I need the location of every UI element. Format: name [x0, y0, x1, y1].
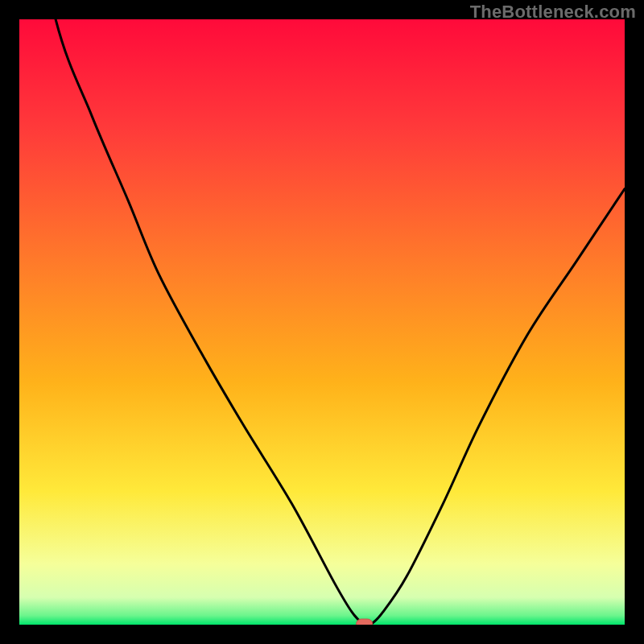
optimum-marker [357, 619, 373, 625]
chart-svg [19, 19, 625, 625]
outer-frame: TheBottleneck.com [0, 0, 644, 644]
plot-area [19, 19, 625, 625]
